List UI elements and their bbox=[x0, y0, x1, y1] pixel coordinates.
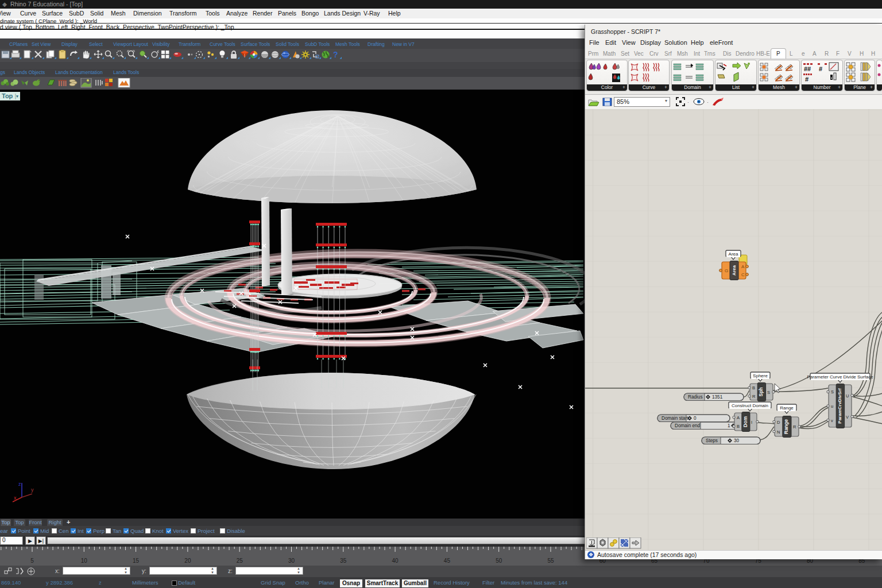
svg-text:10: 10 bbox=[81, 558, 88, 564]
svg-text:S: S bbox=[831, 389, 834, 394]
svg-text:R: R bbox=[752, 394, 756, 399]
svg-text:Steps: Steps bbox=[706, 438, 718, 443]
svg-text:#: # bbox=[819, 65, 822, 72]
svg-text:z: z bbox=[18, 481, 21, 487]
svg-text:C: C bbox=[741, 272, 745, 277]
svg-text:##: ## bbox=[804, 65, 811, 72]
svg-text:20: 20 bbox=[184, 558, 191, 564]
svg-text:·: · bbox=[687, 99, 689, 105]
svg-text:D: D bbox=[777, 420, 780, 425]
svg-text:Domain start: Domain start bbox=[662, 416, 688, 421]
svg-text:0: 0 bbox=[694, 416, 697, 421]
svg-text:Parameter Curve Divide Surface: Parameter Curve Divide Surface bbox=[807, 374, 873, 380]
svg-text:G: G bbox=[725, 268, 728, 273]
svg-text:25: 25 bbox=[237, 558, 243, 564]
svg-text:y: y bbox=[31, 487, 34, 493]
svg-text:#: # bbox=[805, 76, 808, 83]
svg-text:Area: Area bbox=[732, 265, 737, 276]
svg-text:Sphere: Sphere bbox=[753, 373, 768, 378]
svg-text:N: N bbox=[777, 430, 780, 435]
svg-text:?: ? bbox=[333, 50, 338, 59]
svg-text:u: u bbox=[831, 404, 833, 409]
svg-text:30: 30 bbox=[734, 438, 740, 443]
svg-text:Range: Range bbox=[783, 419, 789, 434]
svg-text:I: I bbox=[751, 420, 752, 425]
svg-text:15: 15 bbox=[133, 558, 140, 564]
svg-text:50: 50 bbox=[496, 558, 502, 564]
svg-text:Area: Area bbox=[729, 252, 738, 257]
svg-text:30: 30 bbox=[288, 558, 295, 564]
svg-text:45: 45 bbox=[444, 558, 451, 564]
svg-text:B: B bbox=[752, 385, 755, 390]
svg-text:Construct Domain: Construct Domain bbox=[732, 403, 768, 408]
svg-text:S: S bbox=[767, 390, 770, 395]
svg-text:Domain end: Domain end bbox=[675, 423, 701, 428]
svg-text:55: 55 bbox=[547, 558, 554, 564]
svg-text:v: v bbox=[831, 418, 833, 423]
svg-text:A: A bbox=[741, 264, 745, 269]
svg-text:x: x bbox=[14, 495, 17, 501]
svg-text:V: V bbox=[846, 415, 849, 420]
svg-text:Range: Range bbox=[780, 405, 794, 411]
svg-text:1: 1 bbox=[728, 423, 730, 428]
svg-text:R: R bbox=[793, 424, 796, 430]
svg-text:ParamCrvDivSrf: ParamCrvDivSrf bbox=[837, 388, 842, 424]
svg-text:U: U bbox=[846, 393, 849, 399]
svg-text:B: B bbox=[737, 424, 740, 429]
svg-text:Dom: Dom bbox=[742, 416, 748, 427]
svg-text:40: 40 bbox=[392, 558, 399, 564]
svg-text:35: 35 bbox=[340, 558, 347, 564]
svg-text:Sph: Sph bbox=[758, 387, 764, 396]
svg-text:5: 5 bbox=[30, 558, 34, 564]
svg-text:A: A bbox=[737, 415, 740, 420]
svg-text:·: · bbox=[707, 99, 709, 105]
svg-text:Radius: Radius bbox=[688, 394, 703, 400]
svg-text:1351: 1351 bbox=[712, 394, 723, 400]
